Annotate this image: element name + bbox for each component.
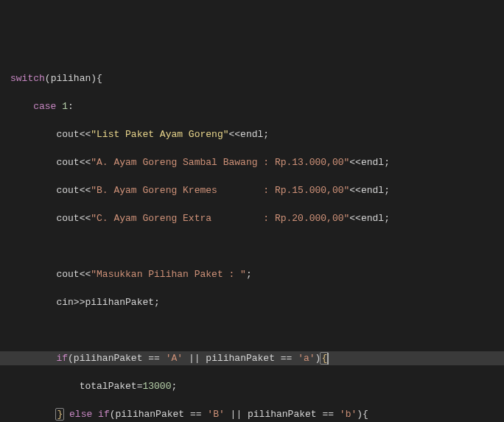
identifier: cin [56,297,73,308]
string-literal: "B. Ayam Goreng Kremes : Rp.15.000,00" [91,185,349,196]
keyword-if: if [56,353,68,364]
char-literal: 'B' [207,409,224,420]
identifier: cout [56,213,79,224]
char-literal: 'b' [340,409,357,420]
code-line[interactable]: } else if(pilihanPaket == 'B' || pilihan… [0,407,504,421]
identifier: cout [56,129,79,140]
char-literal: 'A' [166,353,183,364]
identifier: endl [361,185,384,196]
code-line[interactable]: cout<<"List Paket Ayam Goreng"<<endl; [0,127,504,141]
string-literal: "C. Ayam Goreng Extra : Rp.20.000,00" [91,213,349,224]
string-literal: "A. Ayam Goreng Sambal Bawang : Rp.13.00… [91,157,349,168]
identifier: totalPaket [80,381,137,392]
operator: || [231,409,242,420]
code-line[interactable]: switch(pilihan){ [0,71,504,85]
identifier: endl [240,129,263,140]
code-line[interactable]: cout<<"C. Ayam Goreng Extra : Rp.20.000,… [0,211,504,225]
identifier: endl [361,213,384,224]
code-line[interactable]: cout<<"A. Ayam Goreng Sambal Bawang : Rp… [0,155,504,169]
operator: == [281,353,293,364]
code-line[interactable]: cin>>pilihanPaket; [0,295,504,309]
code-line[interactable]: cout<<"B. Ayam Goreng Kremes : Rp.15.000… [0,183,504,197]
identifier: pilihanPaket [206,353,275,364]
code-line[interactable] [0,239,504,253]
identifier: pilihanPaket [85,297,154,308]
identifier: pilihan [51,73,91,84]
keyword-if: if [98,409,110,420]
char-literal: 'a' [298,353,315,364]
keyword-else: else [69,409,92,420]
brace-close-match: } [55,408,64,421]
string-literal: "Masukkan Pilihan Paket : " [91,269,246,280]
identifier: cout [56,269,79,280]
code-line[interactable] [0,323,504,337]
operator: == [148,353,160,364]
code-line[interactable]: case 1: [0,99,504,113]
code-line[interactable]: totalPaket=13000; [0,379,504,393]
identifier: pilihanPaket [248,409,317,420]
keyword-case: case [33,101,56,112]
operator: || [189,353,200,364]
text-cursor [327,353,329,365]
identifier: pilihanPaket [116,409,185,420]
string-literal: "List Paket Ayam Goreng" [91,129,228,140]
keyword-switch: switch [10,73,45,84]
operator: == [190,409,202,420]
code-line[interactable]: cout<<"Masukkan Pilihan Paket : "; [0,267,504,281]
identifier: endl [361,157,384,168]
number-literal: 13000 [142,381,171,392]
identifier: cout [56,185,79,196]
identifier: pilihanPaket [74,353,143,364]
code-editor[interactable]: switch(pilihan){ case 1: cout<<"List Pak… [0,57,504,422]
number-literal: 1 [62,101,68,112]
identifier: cout [56,157,79,168]
operator: == [322,409,334,420]
code-line-highlighted[interactable]: if(pilihanPaket == 'A' || pilihanPaket =… [0,351,504,365]
